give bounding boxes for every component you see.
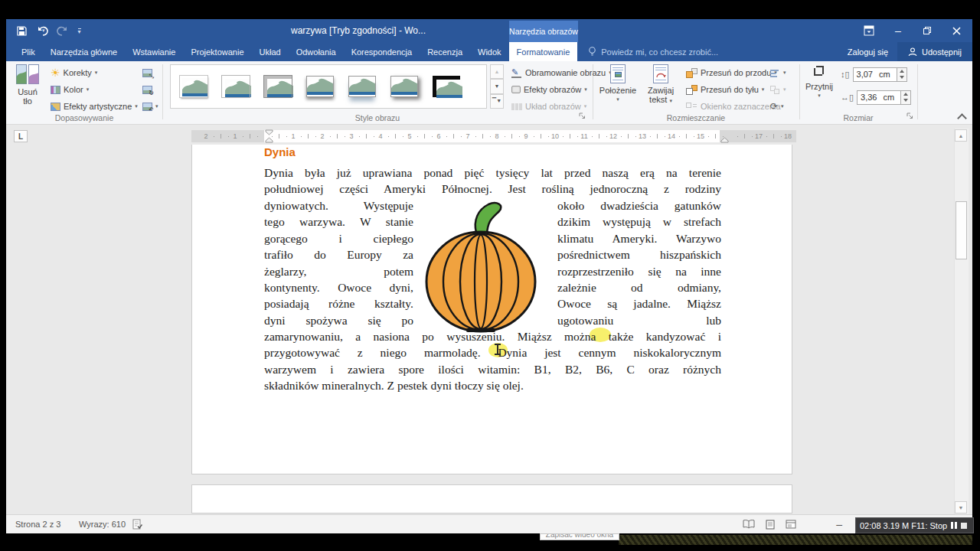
- right-indent-marker[interactable]: [720, 137, 729, 143]
- rotate-objects-icon: ⟳: [770, 102, 778, 111]
- tab-odwolania[interactable]: Odwołania: [289, 42, 344, 61]
- print-layout-icon[interactable]: [766, 520, 775, 530]
- ruler-dot: [432, 136, 433, 137]
- gallery-more-icon[interactable]: ▔▼: [490, 94, 504, 109]
- web-layout-icon[interactable]: [786, 520, 796, 529]
- shape-width-field: ↔▯ 3,36cm: [841, 90, 911, 105]
- customize-qat-icon[interactable]: ▾: [78, 28, 81, 34]
- ruler-tick: [628, 134, 629, 139]
- width-value[interactable]: 3,36: [861, 93, 877, 102]
- tab-wstawianie[interactable]: Wstawianie: [125, 42, 183, 61]
- ruler-number: 18: [784, 132, 792, 140]
- color-button[interactable]: Kolor▾: [51, 82, 89, 97]
- tab-recenzja[interactable]: Recenzja: [420, 42, 470, 61]
- reset-picture-button[interactable]: ↶▾: [142, 99, 158, 114]
- picture-style-thumb-metal[interactable]: [259, 67, 297, 106]
- first-line-indent-marker[interactable]: [265, 129, 273, 135]
- word-count[interactable]: Wyrazy: 610: [79, 515, 126, 533]
- remove-background-button[interactable]: Usuń tło: [11, 64, 44, 106]
- corrections-button[interactable]: ☀ Korekty▾: [51, 65, 97, 80]
- tab-widok[interactable]: Widok: [470, 42, 509, 61]
- ruler-number: 7: [466, 132, 469, 140]
- share-button[interactable]: Udostępnij: [897, 42, 972, 61]
- reset-picture-icon: ↶: [142, 103, 152, 111]
- width-spinner[interactable]: [901, 90, 911, 105]
- tab-stop-selector[interactable]: L: [14, 130, 28, 142]
- ribbon-display-options-icon[interactable]: [854, 19, 884, 42]
- picture-style-thumb-black-selected[interactable]: [427, 67, 466, 106]
- ruler-tick: [366, 134, 367, 139]
- page-indicator[interactable]: Strona 2 z 3: [15, 515, 60, 533]
- sign-in-link[interactable]: Zaloguj się: [838, 47, 897, 57]
- compress-picture-button[interactable]: ⤡: [142, 65, 152, 80]
- undo-dropdown-icon[interactable]: ▾: [42, 28, 45, 34]
- crop-button[interactable]: Przytnij ▾: [802, 64, 836, 100]
- stop-icon[interactable]: [961, 523, 967, 529]
- position-button[interactable]: Położenie ▾: [597, 64, 639, 104]
- picture-style-thumb-reflection[interactable]: [343, 67, 381, 106]
- undo-button[interactable]: ▾: [38, 26, 45, 36]
- pumpkin-image[interactable]: [423, 197, 539, 334]
- tab-korespondencja[interactable]: Korespondencja: [344, 42, 420, 61]
- horizontal-ruler[interactable]: 211234567891011121314151718: [191, 130, 796, 142]
- bring-forward-button[interactable]: Przesuń do przodu▾: [686, 65, 777, 80]
- position-icon: [610, 64, 626, 83]
- proofing-status-icon[interactable]: [132, 515, 142, 533]
- restore-button[interactable]: [913, 19, 942, 42]
- ruler-dot: [388, 136, 389, 137]
- ruler-number: 3: [349, 132, 353, 140]
- picture-style-thumb-white2[interactable]: [217, 67, 255, 106]
- picture-style-thumb-shadow[interactable]: [301, 67, 339, 106]
- align-objects-button[interactable]: ▾: [770, 65, 786, 80]
- ruler-dot: [505, 136, 505, 137]
- height-spinner[interactable]: [897, 67, 907, 82]
- ruler-number: 15: [697, 132, 704, 140]
- scroll-up-icon[interactable]: ▲: [955, 129, 967, 142]
- gallery-down-icon[interactable]: ▼: [490, 79, 504, 93]
- save-icon[interactable]: [17, 26, 27, 36]
- tab-uklad[interactable]: Układ: [252, 42, 289, 61]
- ruler-number: 13: [639, 132, 646, 140]
- picture-style-thumb-white[interactable]: [175, 67, 213, 106]
- tell-me-box[interactable]: Powiedz mi, co chcesz zrobić...: [577, 42, 729, 61]
- picture-style-preview: [264, 76, 292, 97]
- send-backward-button[interactable]: Przesuń do tyłu▾: [686, 82, 764, 97]
- scrollbar-thumb[interactable]: [956, 201, 967, 259]
- tab-formatowanie[interactable]: Formatowanie: [509, 42, 578, 61]
- ruler-tick: [570, 134, 570, 139]
- read-mode-icon[interactable]: [743, 520, 755, 529]
- ruler-number: 5: [407, 132, 411, 140]
- rotate-objects-button[interactable]: ⟳▾: [770, 99, 784, 114]
- doc-line: około dwadzieścia gatunków: [557, 197, 721, 214]
- wrap-text-button[interactable]: Zawijaj tekst ▾: [640, 64, 681, 106]
- ruler-tick: [424, 134, 425, 139]
- picture-effects-button[interactable]: Efekty obrazów▾: [511, 82, 587, 97]
- doc-line: składników mineralnych. Z pestek dyni tł…: [264, 377, 721, 393]
- group-label-adjust: Dopasowywanie: [6, 113, 162, 122]
- close-button[interactable]: [942, 19, 971, 42]
- artistic-effects-button[interactable]: Efekty artystyczne▾: [51, 99, 138, 114]
- zoom-out-button[interactable]: –: [836, 515, 842, 533]
- height-value[interactable]: 3,07: [857, 70, 873, 79]
- tab-narzedzia-glowne[interactable]: Narzędzia główne: [43, 42, 125, 61]
- change-picture-button[interactable]: ↻: [142, 82, 152, 97]
- tab-projektowanie[interactable]: Projektowanie: [183, 42, 251, 61]
- ruler-number: 9: [524, 132, 528, 140]
- styles-dialog-launcher-icon[interactable]: [579, 112, 586, 119]
- ruler-tick: [541, 134, 541, 139]
- scroll-down-icon[interactable]: ▼: [955, 501, 967, 514]
- pause-icon[interactable]: [951, 522, 957, 529]
- vertical-scrollbar[interactable]: [954, 129, 969, 514]
- sun-icon: ☀: [51, 67, 60, 78]
- collapse-ribbon-icon[interactable]: [957, 113, 967, 123]
- hanging-indent-marker[interactable]: [265, 137, 273, 143]
- page-2[interactable]: [191, 484, 792, 514]
- doc-line: kontynenty. Owoce dyni,: [264, 279, 413, 295]
- picture-style-thumb-soft[interactable]: [385, 67, 423, 106]
- minimize-button[interactable]: –: [884, 19, 913, 42]
- gallery-up-icon[interactable]: ▲: [490, 64, 504, 79]
- size-dialog-launcher-icon[interactable]: [906, 112, 914, 119]
- doc-line: gorącego i ciepłego: [264, 230, 413, 246]
- tab-plik[interactable]: Plik: [14, 42, 43, 61]
- ruler-dot: [534, 136, 534, 137]
